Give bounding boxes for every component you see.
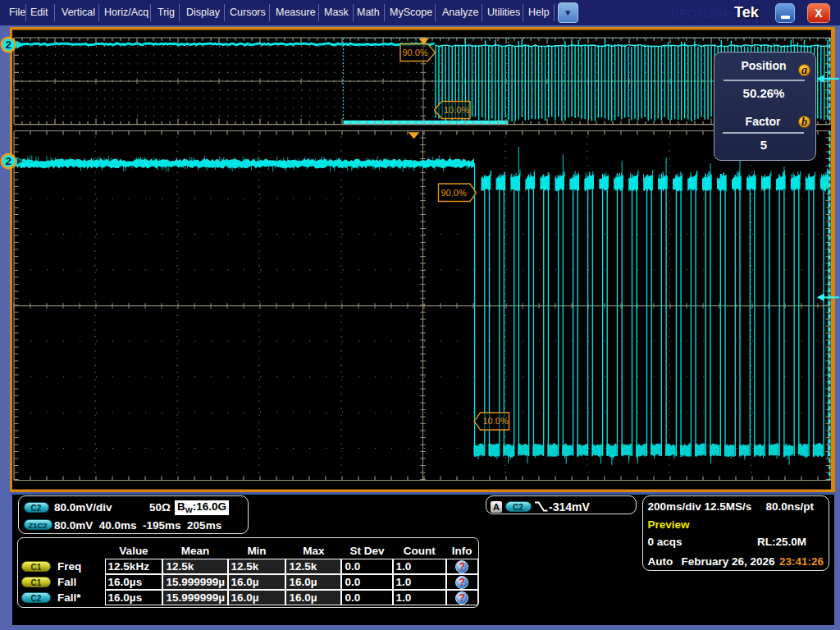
svg-text:2: 2 bbox=[6, 39, 12, 51]
svg-text:10.0%: 10.0% bbox=[444, 105, 469, 115]
svg-text:90.0%: 90.0% bbox=[441, 188, 467, 198]
svg-text:90.0%: 90.0% bbox=[403, 48, 428, 57]
svg-text:2: 2 bbox=[6, 155, 12, 167]
svg-text:10.0%: 10.0% bbox=[483, 416, 509, 426]
